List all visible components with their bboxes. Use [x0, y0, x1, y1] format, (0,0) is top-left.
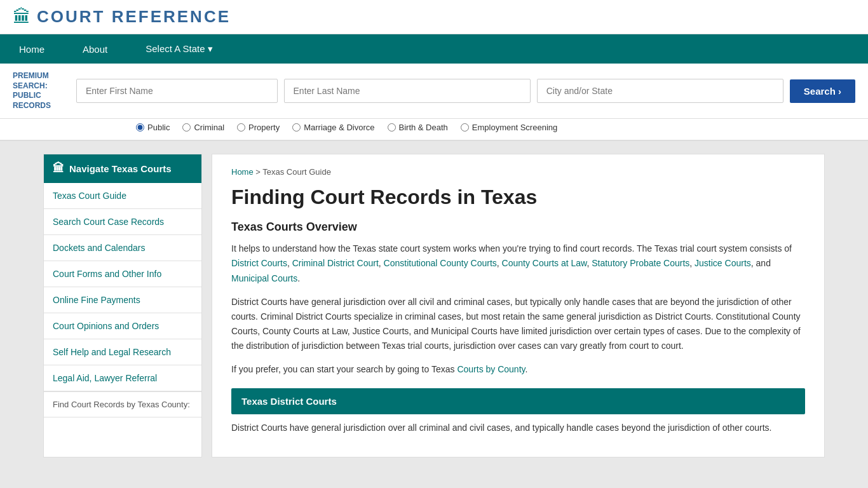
breadcrumb: Home > Texas Court Guide: [231, 167, 805, 177]
nav-home[interactable]: Home: [0, 34, 64, 64]
breadcrumb-current: Texas Court Guide: [262, 167, 331, 177]
radio-public[interactable]: Public: [136, 123, 170, 132]
breadcrumb-home[interactable]: Home: [231, 167, 254, 177]
radio-employment[interactable]: Employment Screening: [461, 123, 557, 132]
radio-marriage[interactable]: Marriage & Divorce: [292, 123, 374, 132]
section1-heading: Texas Courts Overview: [231, 220, 805, 234]
nav-about[interactable]: About: [64, 34, 126, 64]
district-courts-box: Texas District Courts: [231, 388, 805, 414]
link-constitutional-county[interactable]: Constitutional County Courts: [384, 258, 497, 268]
link-courts-by-county[interactable]: Courts by County: [457, 364, 525, 374]
link-statutory-probate[interactable]: Statutory Probate Courts: [592, 258, 689, 268]
radio-birth[interactable]: Birth & Death: [388, 123, 448, 132]
link-criminal-district[interactable]: Criminal District Court: [292, 258, 379, 268]
link-county-courts-law[interactable]: County Courts at Law: [502, 258, 587, 268]
sidebar: 🏛 Navigate Texas Courts Texas Court Guid…: [43, 154, 202, 458]
logo-text: COURT REFERENCE: [37, 7, 231, 27]
sidebar-item-search-court-case-records[interactable]: Search Court Case Records: [44, 209, 201, 235]
main-container: 🏛 Navigate Texas Courts Texas Court Guid…: [43, 154, 825, 458]
radio-criminal[interactable]: Criminal: [182, 123, 224, 132]
premium-label: PREMIUM SEARCH: PUBLIC RECORDS: [13, 71, 70, 111]
page-title: Finding Court Records in Texas: [231, 186, 805, 209]
sidebar-item-self-help[interactable]: Self Help and Legal Research: [44, 339, 201, 365]
district-courts-para: District Courts have general jurisdictio…: [231, 421, 805, 435]
site-header: 🏛 COURT REFERENCE: [0, 0, 868, 34]
sidebar-item-dockets-calendars[interactable]: Dockets and Calendars: [44, 235, 201, 261]
logo-icon: 🏛: [13, 6, 31, 27]
paragraph-3: If you prefer, you can start your search…: [231, 362, 805, 377]
sidebar-header: 🏛 Navigate Texas Courts: [44, 154, 201, 183]
sidebar-item-court-forms[interactable]: Court Forms and Other Info: [44, 261, 201, 287]
search-type-radios: Public Criminal Property Marriage & Divo…: [0, 119, 868, 141]
radio-property[interactable]: Property: [237, 123, 280, 132]
nav-select-state[interactable]: Select A State ▾: [126, 34, 232, 64]
paragraph-2: District Courts have general jurisdictio…: [231, 295, 805, 353]
sidebar-item-texas-court-guide[interactable]: Texas Court Guide: [44, 183, 201, 209]
sidebar-header-icon: 🏛: [53, 162, 64, 175]
main-content: Home > Texas Court Guide Finding Court R…: [212, 154, 825, 458]
sidebar-item-online-fine-payments[interactable]: Online Fine Payments: [44, 287, 201, 313]
link-municipal-courts[interactable]: Municipal Courts: [231, 273, 297, 283]
main-nav: Home About Select A State ▾: [0, 34, 868, 64]
sidebar-header-label: Navigate Texas Courts: [69, 163, 172, 174]
district-courts-heading: Texas District Courts: [241, 396, 795, 407]
search-button[interactable]: Search ›: [790, 79, 855, 103]
breadcrumb-separator: >: [255, 167, 262, 177]
last-name-input[interactable]: [284, 79, 531, 103]
link-justice-courts[interactable]: Justice Courts: [695, 258, 751, 268]
first-name-input[interactable]: [76, 79, 278, 103]
link-district-courts[interactable]: District Courts: [231, 258, 287, 268]
search-bar: PREMIUM SEARCH: PUBLIC RECORDS Search ›: [0, 64, 868, 119]
paragraph-1: It helps to understand how the Texas sta…: [231, 241, 805, 285]
sidebar-item-court-opinions[interactable]: Court Opinions and Orders: [44, 313, 201, 339]
sidebar-item-legal-aid[interactable]: Legal Aid, Lawyer Referral: [44, 365, 201, 391]
sidebar-footer: Find Court Records by Texas County:: [44, 391, 201, 417]
city-state-input[interactable]: [537, 79, 783, 103]
